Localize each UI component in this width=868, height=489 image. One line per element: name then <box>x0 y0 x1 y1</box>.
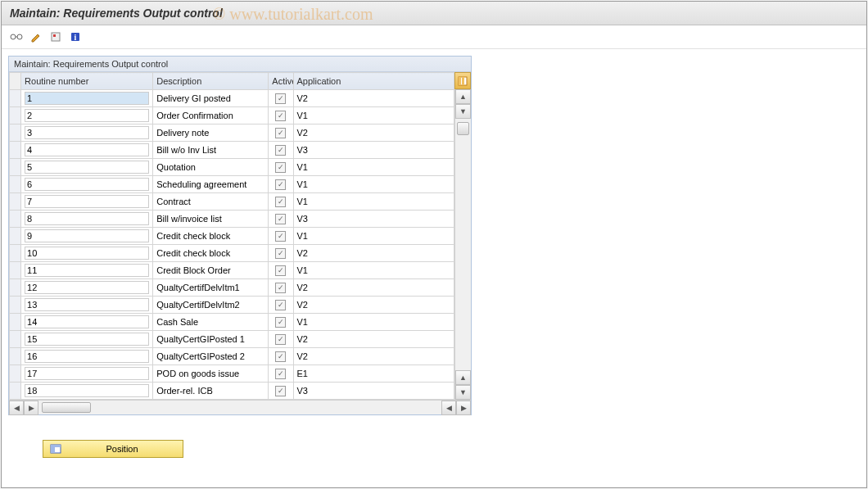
scroll-left-page-button[interactable]: ◀ <box>441 401 456 415</box>
table-row[interactable]: Credit Block Order✓V1 <box>10 262 454 279</box>
active-checkbox[interactable]: ✓ <box>275 214 286 224</box>
row-selector[interactable] <box>10 245 21 262</box>
row-selector[interactable] <box>10 211 21 228</box>
table-row[interactable]: QualtyCertGIPosted 1✓V2 <box>10 331 454 348</box>
row-selector[interactable] <box>10 297 21 314</box>
routine-input[interactable] <box>25 281 149 294</box>
routine-cell[interactable] <box>21 365 153 383</box>
scroll-left-button[interactable]: ◀ <box>9 401 24 415</box>
active-checkbox[interactable]: ✓ <box>275 334 286 345</box>
active-cell[interactable]: ✓ <box>269 107 293 125</box>
active-cell[interactable]: ✓ <box>269 193 293 211</box>
row-selector[interactable] <box>10 365 21 383</box>
scroll-thumb-horizontal[interactable] <box>42 402 91 413</box>
routine-input[interactable] <box>25 264 149 277</box>
table-row[interactable]: Delivery GI posted✓V2 <box>10 90 454 107</box>
active-checkbox[interactable]: ✓ <box>275 369 286 379</box>
row-selector[interactable] <box>10 262 21 279</box>
row-selector[interactable] <box>10 107 21 125</box>
routine-cell[interactable] <box>21 159 153 176</box>
routine-input[interactable] <box>25 109 149 122</box>
table-row[interactable]: Credit check block✓V2 <box>10 245 454 262</box>
table-row[interactable]: Credit check block✓V1 <box>10 228 454 245</box>
active-cell[interactable]: ✓ <box>269 314 293 331</box>
active-cell[interactable]: ✓ <box>269 348 293 365</box>
routine-cell[interactable] <box>21 245 153 262</box>
active-checkbox[interactable]: ✓ <box>275 128 286 138</box>
routine-input[interactable] <box>25 333 149 346</box>
col-active-header[interactable]: Active <box>269 73 293 90</box>
routine-input[interactable] <box>25 229 149 242</box>
active-checkbox[interactable]: ✓ <box>275 179 286 190</box>
routine-input[interactable] <box>25 195 149 208</box>
row-selector[interactable] <box>10 228 21 245</box>
row-selector[interactable] <box>10 348 21 365</box>
table-row[interactable]: Delivery note✓V2 <box>10 125 454 142</box>
active-cell[interactable]: ✓ <box>269 211 293 228</box>
row-selector[interactable] <box>10 90 21 107</box>
vertical-scrollbar[interactable]: ▲ ▼ ▲ ▼ <box>454 89 471 400</box>
scroll-right-step-button[interactable]: ▶ <box>24 401 38 415</box>
scroll-track-vertical[interactable] <box>455 119 471 370</box>
routine-cell[interactable] <box>21 297 153 314</box>
col-description-header[interactable]: Description <box>153 73 269 90</box>
row-selector[interactable] <box>10 193 21 211</box>
table-row[interactable]: POD on goods issue✓E1 <box>10 365 454 383</box>
table-row[interactable]: Quotation✓V1 <box>10 159 454 176</box>
col-selector-header[interactable] <box>10 73 21 90</box>
col-application-header[interactable]: Application <box>293 73 454 90</box>
table-row[interactable]: QualtyCertGIPosted 2✓V2 <box>10 348 454 365</box>
active-checkbox[interactable]: ✓ <box>275 231 286 242</box>
routine-cell[interactable] <box>21 125 153 142</box>
routine-cell[interactable] <box>21 331 153 348</box>
routine-cell[interactable] <box>21 262 153 279</box>
position-button[interactable]: Position <box>43 440 183 458</box>
routine-cell[interactable] <box>21 279 153 297</box>
active-cell[interactable]: ✓ <box>269 297 293 314</box>
active-checkbox[interactable]: ✓ <box>275 351 286 362</box>
active-checkbox[interactable]: ✓ <box>275 317 286 328</box>
routine-input[interactable] <box>25 350 149 363</box>
other-view-button[interactable] <box>8 29 25 45</box>
active-cell[interactable]: ✓ <box>269 125 293 142</box>
active-cell[interactable]: ✓ <box>269 331 293 348</box>
routine-cell[interactable] <box>21 142 153 159</box>
routine-input[interactable] <box>25 384 149 397</box>
table-row[interactable]: Order Confirmation✓V1 <box>10 107 454 125</box>
routine-cell[interactable] <box>21 107 153 125</box>
active-checkbox[interactable]: ✓ <box>275 197 286 207</box>
col-routine-header[interactable]: Routine number <box>21 73 153 90</box>
routine-cell[interactable] <box>21 176 153 193</box>
active-cell[interactable]: ✓ <box>269 176 293 193</box>
row-selector[interactable] <box>10 279 21 297</box>
active-checkbox[interactable]: ✓ <box>275 283 286 293</box>
routine-cell[interactable] <box>21 348 153 365</box>
routine-input[interactable] <box>25 247 149 260</box>
scroll-track-horizontal[interactable] <box>38 401 104 414</box>
table-row[interactable]: Cash Sale✓V1 <box>10 314 454 331</box>
routine-input[interactable] <box>25 315 149 328</box>
active-cell[interactable]: ✓ <box>269 159 293 176</box>
routine-cell[interactable] <box>21 383 153 400</box>
active-cell[interactable]: ✓ <box>269 90 293 107</box>
active-cell[interactable]: ✓ <box>269 245 293 262</box>
table-row[interactable]: Bill w/o Inv List✓V3 <box>10 142 454 159</box>
routine-cell[interactable] <box>21 314 153 331</box>
routine-input[interactable] <box>25 143 149 156</box>
routine-cell[interactable] <box>21 211 153 228</box>
scroll-up-page-button[interactable]: ▲ <box>455 370 471 385</box>
row-selector[interactable] <box>10 176 21 193</box>
table-row[interactable]: Contract✓V1 <box>10 193 454 211</box>
routine-input[interactable] <box>25 298 149 311</box>
active-cell[interactable]: ✓ <box>269 383 293 400</box>
table-row[interactable]: Order-rel. ICB✓V3 <box>10 383 454 400</box>
routine-cell[interactable] <box>21 228 153 245</box>
table-row[interactable]: Scheduling agreement✓V1 <box>10 176 454 193</box>
scroll-down-button[interactable]: ▼ <box>455 385 471 400</box>
routine-input[interactable] <box>25 126 149 139</box>
routine-input[interactable] <box>25 367 149 380</box>
active-checkbox[interactable]: ✓ <box>275 111 286 121</box>
active-checkbox[interactable]: ✓ <box>275 162 286 173</box>
active-cell[interactable]: ✓ <box>269 365 293 383</box>
active-checkbox[interactable]: ✓ <box>275 93 286 104</box>
